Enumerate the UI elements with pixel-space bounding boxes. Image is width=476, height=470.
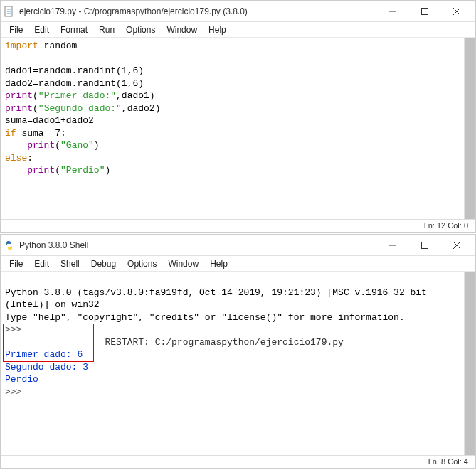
svg-rect-2 [421, 8, 428, 14]
maximize-button[interactable] [408, 1, 440, 21]
menu-edit[interactable]: Edit [28, 23, 55, 36]
code-editor[interactable]: import random dado1=random.randint(1,6) … [1, 38, 475, 179]
menu-file[interactable]: File [4, 23, 28, 36]
shell-out-line1: Primer dado: 6 [5, 349, 83, 360]
shell-banner2: Type "help", "copyright", "credits" or "… [5, 312, 405, 323]
shell-menubar: File Edit Shell Debug Options Window Hel… [1, 256, 475, 272]
menu-window[interactable]: Window [161, 23, 203, 36]
menu-help[interactable]: Help [203, 23, 232, 36]
close-button[interactable] [440, 235, 472, 255]
shell-out-line2: Segundo dado: 3 [5, 362, 88, 373]
shell-out-line3: Perdio [5, 374, 38, 385]
shell-output[interactable]: Python 3.8.0 (tags/v3.8.0:fa919fd, Oct 1… [1, 272, 475, 426]
shell-titlebar[interactable]: Python 3.8.0 Shell [1, 235, 475, 256]
shell-prompt: >>> [5, 324, 21, 335]
menu-edit[interactable]: Edit [28, 257, 55, 270]
menu-help[interactable]: Help [204, 257, 233, 270]
menu-run[interactable]: Run [93, 23, 120, 36]
editor-area: import random dado1=random.randint(1,6) … [1, 38, 475, 219]
editor-menubar: File Edit Format Run Options Window Help [1, 22, 475, 38]
menu-options[interactable]: Options [122, 257, 162, 270]
menu-file[interactable]: File [4, 257, 28, 270]
shell-prompt: >>> [5, 387, 21, 397]
shell-title: Python 3.8.0 Shell [19, 240, 376, 250]
editor-titlebar[interactable]: ejercicio179.py - C:/programaspython/eje… [1, 1, 475, 22]
menu-format[interactable]: Format [55, 23, 93, 36]
editor-scrollbar[interactable] [464, 38, 475, 219]
editor-title: ejercicio179.py - C:/programaspython/eje… [19, 6, 376, 16]
menu-shell[interactable]: Shell [55, 257, 85, 270]
shell-area: Python 3.8.0 (tags/v3.8.0:fa919fd, Oct 1… [1, 272, 475, 455]
menu-window[interactable]: Window [162, 257, 204, 270]
shell-restart: ================= RESTART: C:/programasp… [5, 337, 443, 348]
shell-scrollbar[interactable] [464, 272, 475, 455]
minimize-button[interactable] [376, 235, 408, 255]
maximize-button[interactable] [408, 235, 440, 255]
editor-window-controls [376, 1, 472, 21]
editor-window: ejercicio179.py - C:/programaspython/eje… [0, 0, 476, 233]
shell-banner: Python 3.8.0 (tags/v3.8.0:fa919fd, Oct 1… [5, 287, 433, 311]
shell-statusbar: Ln: 8 Col: 4 [1, 455, 475, 468]
editor-statusbar: Ln: 12 Col: 0 [1, 219, 475, 232]
close-button[interactable] [440, 1, 472, 21]
python-shell-icon [4, 240, 15, 251]
minimize-button[interactable] [376, 1, 408, 21]
text-cursor [28, 388, 28, 397]
shell-window: Python 3.8.0 Shell File Edit Shell Debug… [0, 234, 476, 469]
shell-window-controls [376, 235, 472, 255]
menu-debug[interactable]: Debug [85, 257, 122, 270]
svg-rect-6 [421, 242, 428, 248]
python-file-icon [4, 6, 15, 17]
menu-options[interactable]: Options [120, 23, 161, 36]
